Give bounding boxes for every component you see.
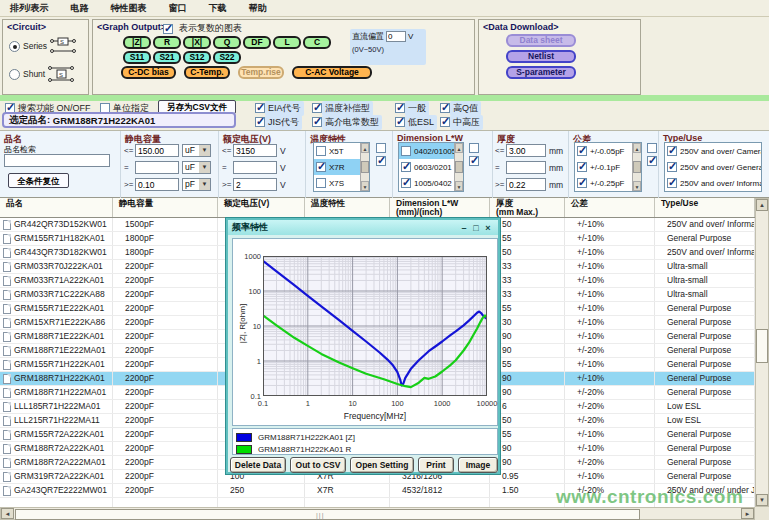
column-header[interactable]: 公差 — [565, 198, 655, 217]
chevron-down-icon[interactable]: ▼ — [199, 145, 210, 156]
popup-titlebar[interactable]: 频率特性 – □ × — [228, 220, 498, 235]
high-q-option[interactable]: 高Q值 — [440, 102, 481, 114]
temp-all-off-checkbox[interactable] — [376, 143, 386, 153]
temp-char-listbox[interactable]: X5TX7RX7S▲▼ — [313, 142, 370, 192]
reset-all-button[interactable]: 全条件复位 — [8, 173, 69, 188]
capacitance-max-unit-select[interactable]: uF▼ — [182, 144, 211, 157]
sparam-button-s21[interactable]: S21 — [153, 51, 181, 64]
download-s-parameter-button[interactable]: S-parameter — [506, 66, 576, 79]
sparam-button-s11[interactable]: S11 — [123, 51, 151, 64]
param-button-1[interactable]: |Z| — [123, 36, 151, 49]
minimize-icon[interactable]: – — [458, 223, 470, 233]
param-button-3[interactable]: |X| — [183, 36, 211, 49]
tolerance-all-off-checkbox[interactable] — [647, 143, 657, 153]
maximize-icon[interactable]: □ — [470, 223, 482, 233]
out-to-csv-button[interactable]: Out to CSV — [290, 457, 346, 473]
checkbox[interactable] — [667, 162, 677, 172]
chevron-down-icon[interactable]: ▼ — [199, 179, 210, 190]
scroll-thumb[interactable] — [633, 161, 641, 173]
capacitance-eq-unit-select[interactable]: uF▼ — [182, 161, 211, 174]
column-header[interactable]: Dimension L*W(mm)/(inch) — [390, 198, 490, 217]
eia-checkbox[interactable] — [255, 103, 265, 113]
sparam-button-s12[interactable]: S12 — [183, 51, 211, 64]
shunt-radio[interactable] — [9, 69, 20, 80]
scroll-up-icon[interactable]: ▲ — [756, 199, 768, 211]
list-item[interactable]: +/-0.05pF — [575, 143, 632, 159]
list-item[interactable]: 250V and over/ Camera — [665, 143, 761, 159]
list-item[interactable]: X7R — [314, 159, 360, 175]
checkbox[interactable] — [577, 178, 587, 188]
general-checkbox[interactable] — [395, 103, 405, 113]
param-button-7[interactable]: C — [303, 36, 331, 49]
condition-button-4[interactable]: C-AC Voltage — [292, 66, 372, 79]
open-setting-button[interactable]: Open Setting — [350, 457, 414, 473]
part-search-input[interactable] — [4, 154, 110, 167]
sparam-button-s22[interactable]: S22 — [213, 51, 241, 64]
high-k-checkbox[interactable] — [312, 117, 322, 127]
dimension-all-off-checkbox[interactable] — [469, 143, 479, 153]
low-esl-option[interactable]: 低ESL — [395, 116, 437, 128]
scroll-down-icon[interactable]: ▼ — [361, 181, 369, 191]
column-header[interactable]: 静电容量 — [113, 198, 218, 217]
scroll-down-icon[interactable]: ▼ — [455, 181, 463, 191]
list-item[interactable]: 250V and over/ General — [665, 159, 761, 175]
column-header[interactable]: 额定电压(V) — [218, 198, 305, 217]
checkbox[interactable] — [667, 178, 677, 188]
column-header[interactable]: 厚度(mm Max.) — [490, 198, 565, 217]
delete-data-button[interactable]: Delete Data — [230, 457, 286, 473]
multi-graph-option[interactable]: 表示复数的图表 — [163, 22, 242, 35]
checkbox[interactable] — [577, 146, 587, 156]
column-header[interactable]: Type/Use — [655, 198, 755, 217]
close-icon[interactable]: × — [482, 223, 494, 233]
scroll-up-icon[interactable]: ▲ — [633, 143, 641, 153]
jis-option[interactable]: JIS代号 — [255, 116, 302, 128]
scroll-thumb[interactable] — [455, 161, 463, 173]
general-option[interactable]: 一般 — [395, 102, 429, 114]
list-scrollbar[interactable]: ▲▼ — [632, 143, 641, 191]
param-button-4[interactable]: Q — [213, 36, 241, 49]
horizontal-scrollbar[interactable]: ◄ ||| ► — [0, 507, 755, 520]
menu-item[interactable]: 帮助 — [249, 2, 267, 15]
list-item[interactable]: +/-0.25pF — [575, 175, 632, 191]
capacitance-min-input[interactable] — [135, 178, 179, 191]
voltage-max-input[interactable] — [233, 144, 277, 157]
dc-bias-input[interactable] — [386, 31, 406, 42]
checkbox[interactable] — [401, 162, 411, 172]
dimension-all-on-checkbox[interactable] — [469, 156, 479, 166]
condition-button-2[interactable]: C-Temp. — [184, 66, 230, 79]
checkbox[interactable] — [401, 178, 411, 188]
series-radio[interactable] — [9, 41, 20, 52]
temp-all-on-checkbox[interactable] — [376, 156, 386, 166]
horizontal-scroll-thumb[interactable]: ||| — [15, 509, 640, 520]
scroll-thumb[interactable] — [361, 161, 369, 173]
condition-button-3[interactable]: Temp.rise — [238, 66, 284, 79]
circuit-option-series[interactable]: Series S — [9, 37, 76, 55]
list-item[interactable]: 1005/0402 — [399, 175, 454, 191]
scroll-right-icon[interactable]: ► — [741, 508, 754, 519]
high-q-checkbox[interactable] — [440, 103, 450, 113]
menu-item[interactable]: 特性图表 — [111, 2, 147, 15]
checkbox[interactable] — [316, 146, 326, 156]
scroll-left-icon[interactable]: ◄ — [1, 508, 14, 519]
checkbox[interactable] — [316, 162, 326, 172]
menu-item[interactable]: 窗口 — [169, 2, 187, 15]
download-netlist-button[interactable]: Netlist — [506, 50, 576, 63]
thickness-eq-input[interactable] — [506, 161, 546, 174]
download-data-sheet-button[interactable]: Data sheet — [506, 34, 576, 47]
jis-checkbox[interactable] — [255, 117, 265, 127]
menu-item[interactable]: 电路 — [71, 2, 89, 15]
scroll-down-icon[interactable]: ▼ — [756, 494, 768, 506]
thickness-min-input[interactable] — [506, 178, 546, 191]
list-item[interactable]: X7S — [314, 175, 360, 191]
type-use-listbox[interactable]: 250V and over/ Camera250V and over/ Gene… — [664, 142, 762, 192]
tolerance-all-on-checkbox[interactable] — [647, 156, 657, 166]
voltage-eq-input[interactable] — [233, 161, 277, 174]
scroll-up-icon[interactable]: ▲ — [455, 143, 463, 153]
capacitance-min-unit-select[interactable]: pF▼ — [182, 178, 211, 191]
low-esl-checkbox[interactable] — [395, 117, 405, 127]
list-item[interactable]: +/-0.1pF — [575, 159, 632, 175]
vertical-scrollbar[interactable]: ▲ ▼ — [755, 198, 769, 507]
param-button-6[interactable]: L — [273, 36, 301, 49]
scroll-up-icon[interactable]: ▲ — [361, 143, 369, 153]
thickness-max-input[interactable] — [506, 144, 546, 157]
